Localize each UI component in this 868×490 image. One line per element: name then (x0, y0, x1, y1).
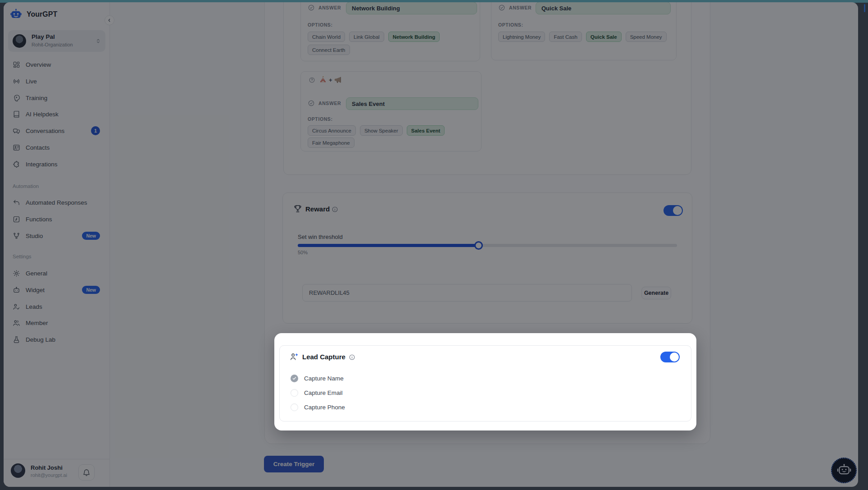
lead-capture-toggle[interactable] (660, 352, 680, 362)
lead-capture-title: Lead Capture (302, 353, 345, 361)
capture-option-label: Capture Email (304, 389, 343, 396)
page-root: YourGPT Play Pal Rohit-Organization Over… (0, 0, 868, 490)
capture-phone-option[interactable]: Capture Phone (291, 403, 345, 411)
capture-email-option[interactable]: Capture Email (291, 389, 343, 397)
unchecked-circle-icon (291, 403, 298, 411)
capture-name-option[interactable]: Capture Name (291, 375, 344, 382)
capture-option-label: Capture Name (304, 375, 344, 382)
checked-circle-icon (291, 375, 298, 382)
lead-capture-section: Lead Capture Capture Name Capture Email … (279, 345, 691, 421)
info-icon[interactable] (349, 354, 355, 361)
user-plus-icon (290, 352, 299, 361)
lead-capture-spotlight: Lead Capture Capture Name Capture Email … (274, 333, 696, 430)
toggle-knob (670, 353, 679, 362)
unchecked-circle-icon (291, 389, 298, 397)
capture-option-label: Capture Phone (304, 404, 345, 411)
